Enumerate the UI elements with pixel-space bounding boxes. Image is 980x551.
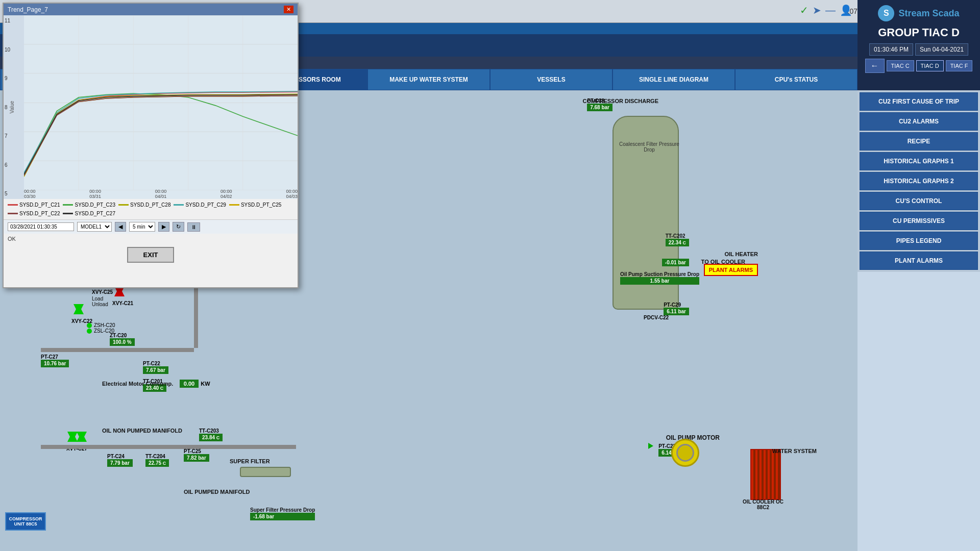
arrow-right-1: [648, 442, 653, 451]
legend-pt-c25: SYSD.D_PT_C25: [229, 202, 281, 208]
tiac-d-button[interactable]: TIAC D: [916, 60, 944, 71]
pipe-h-3: [41, 445, 296, 449]
tt-c203-label: TT-C203: [199, 428, 223, 434]
trend-titlebar: Trend_Page_7 ✕: [4, 4, 298, 15]
coalescent-drop-box: -0.01 bar: [662, 259, 689, 266]
xvy-c22-group: XVY-C22: [71, 302, 92, 324]
pipe-h-2: [41, 348, 194, 352]
oil-pump-motor-inner: [676, 444, 694, 462]
historical-2-button[interactable]: HISTORICAL GRAPHS 2: [860, 172, 978, 190]
pt-c29-value: 6.11 bar: [664, 308, 689, 315]
send-icon[interactable]: ➤: [813, 4, 821, 16]
pt-c28-group: PT-C28 7.68 bar: [587, 98, 612, 111]
trend-close-button[interactable]: ✕: [284, 6, 293, 13]
tiac-c-button[interactable]: TIAC C: [887, 60, 914, 71]
trend-interval-select[interactable]: 5 min: [129, 222, 155, 232]
pdcv-c22-label: PDCV-C22: [644, 315, 669, 320]
tab-makeup-water[interactable]: MAKE UP WATER SYSTEM: [368, 69, 490, 90]
tab-single-line[interactable]: SINGLE LINE DIAGRAM: [612, 69, 735, 90]
trend-exit-button[interactable]: EXIT: [127, 247, 175, 263]
zs-indicators: ZSH-C20 ZSL-C20: [87, 322, 115, 334]
trend-y-axis-label: Value: [9, 101, 15, 114]
super-filter-pressure-label: Super Filter Pressure Drop: [250, 507, 315, 513]
super-filter-label: SUPER FILTER: [230, 458, 270, 464]
tab-cpu-status[interactable]: CPU's STATUS: [735, 69, 857, 90]
trend-ok-status: OK: [4, 234, 298, 244]
oil-cooler-element: [750, 449, 781, 500]
trend-refresh-button[interactable]: ↻: [173, 222, 184, 232]
pt-c28-value: 7.68 bar: [587, 104, 612, 111]
user-icon[interactable]: 👤: [840, 4, 852, 16]
legend-color-pt-c25: [229, 204, 239, 206]
pt-c22-value: 7.67 bar: [143, 366, 168, 374]
trend-datetime-input[interactable]: [8, 222, 74, 231]
xvy-c22-icon: [71, 302, 86, 316]
zsh-c20-indicator: [87, 323, 92, 328]
trend-next-button[interactable]: ▶: [158, 222, 169, 232]
tt-c203-group: TT-C203 23.84 C: [199, 428, 223, 441]
trend-chart-area: 11 10 9 8 7 6 5 Value: [4, 15, 298, 199]
cu-control-button[interactable]: CU'S CONTROL: [860, 192, 978, 210]
pt-c27-value: 10.76 bar: [41, 360, 69, 367]
logo-panel: S Stream Scada GROUP TIAC D 01:30:46 PM …: [857, 0, 980, 92]
group-title: GROUP TIAC D: [878, 26, 960, 39]
tt-c202-label: TT-C202: [666, 233, 689, 239]
unload-label: Unload: [92, 302, 113, 307]
elec-motor-group: Electrical Motor Consump. 0.00 KW: [102, 379, 210, 388]
cu2-first-cause-button[interactable]: CU2 FIRST CAUSE OF TRIP: [860, 92, 978, 111]
zt-c20-group: ZT-C20 100.0 %: [110, 333, 135, 346]
trend-model-select[interactable]: MODEL1: [77, 222, 112, 232]
trend-prev-button[interactable]: ◀: [115, 222, 126, 232]
elec-motor-value: 0.00: [180, 380, 199, 388]
legend-color-pt-c23: [63, 204, 73, 206]
oil-pump-motor-circle[interactable]: [671, 439, 699, 467]
legend-color-pt-c29: [174, 204, 184, 206]
trend-x-labels: 00:0003/30 00:0003/31 00:0004/01 00:0004…: [24, 189, 298, 199]
tab-vessels[interactable]: VESSELS: [490, 69, 612, 90]
xvy-c25-label: XVY-C25: [92, 289, 113, 295]
zt-c20-label: ZT-C20: [110, 333, 135, 338]
legend-pt-c22: SYSD.D_PT_C22: [8, 211, 60, 216]
trend-chart-svg: [24, 15, 298, 190]
plant-alarms-button[interactable]: PLANT ALARMS: [860, 252, 978, 270]
oil-heater-alarm-box: PLANT ALARMS: [704, 264, 758, 276]
logo-text: Stream Scada: [898, 8, 959, 19]
legend-pt-c21: SYSD.D_PT_C21: [8, 202, 60, 208]
legend-pt-c29: SYSD.D_PT_C29: [174, 202, 226, 208]
xvy-c21-label: XVY-C21: [112, 300, 133, 306]
logo-row: S Stream Scada: [878, 5, 959, 21]
oil-pump-suction-group: Oil Pump Suction Pressure Drop 1.55 bar: [620, 271, 699, 285]
minus-icon[interactable]: —: [825, 5, 836, 16]
cu-permissives-button[interactable]: CU PERMISSIVES: [860, 212, 978, 230]
date-display: Sun 04-04-2021: [915, 43, 968, 56]
super-filter-vessel: [240, 467, 291, 477]
right-panel: CU2 FIRST CAUSE OF TRIP CU2 ALARMS RECIP…: [857, 90, 980, 272]
tiac-f-button[interactable]: TIAC F: [946, 60, 973, 71]
super-filter-drop-value: -1.68 bar: [250, 513, 315, 520]
trend-play-button[interactable]: ⏸: [187, 222, 200, 232]
oil-pump-suction-label: Oil Pump Suction Pressure Drop: [620, 271, 699, 277]
pt-c22-group: PT-C22 7.67 bar: [143, 361, 168, 374]
cu2-alarms-button[interactable]: CU2 ALARMS: [860, 112, 978, 131]
comp-unit-88c5-button[interactable]: COMPRESSOR UNIT 88C5: [5, 512, 46, 531]
recipe-button[interactable]: RECIPE: [860, 132, 978, 151]
check-icon[interactable]: ✓: [800, 4, 808, 16]
pt-c25-label: PT-C25: [184, 448, 209, 454]
historical-1-button[interactable]: HISTORICAL GRAPHS 1: [860, 152, 978, 170]
tt-c204-label: TT-C204: [145, 454, 169, 459]
tt-c203-value: 23.84 C: [199, 434, 223, 441]
elec-motor-label: Electrical Motor Consump.: [102, 381, 173, 387]
oil-non-pumped-label: OIL NON PUMPED MANIFOLD: [102, 428, 182, 434]
trend-window: Trend_Page_7 ✕ 11 10 9 8 7 6 5 Value: [3, 3, 299, 288]
pt-c29-label: PT-C29: [664, 302, 689, 308]
pipes-legend-button[interactable]: PIPES LEGEND: [860, 232, 978, 250]
oil-cooler-label: OIL COOLER OC 88C2: [743, 499, 783, 510]
legend-pt-c28: SYSD.D_PT_C28: [118, 202, 170, 208]
legend-color-pt-c21: [8, 204, 18, 206]
coalescent-label: Coalescent Filter Pressure Drop: [614, 141, 685, 153]
tt-c204-value: 22.75 C: [145, 459, 169, 467]
tt-c202-value: 22.34 C: [666, 239, 689, 246]
pt-c25-group: PT-C25 7.82 bar: [184, 448, 209, 462]
back-button[interactable]: ←: [865, 59, 885, 73]
oil-pump-motor-label: OIL PUMP MOTOR: [666, 434, 720, 441]
